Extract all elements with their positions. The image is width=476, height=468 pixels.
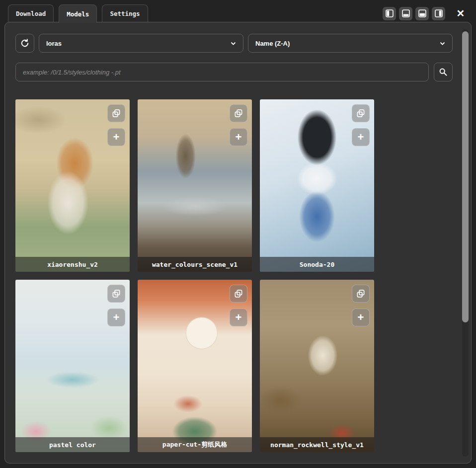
- model-type-select[interactable]: loras: [39, 34, 243, 53]
- scrollbar-thumb[interactable]: [462, 31, 469, 322]
- add-node-button[interactable]: +: [352, 128, 370, 146]
- plus-icon: +: [358, 312, 364, 323]
- copy-icon: [234, 109, 243, 118]
- card-actions: +: [230, 104, 247, 146]
- plus-icon: +: [113, 312, 120, 323]
- model-card[interactable]: + Sonoda-20: [260, 99, 374, 272]
- add-node-button[interactable]: +: [352, 309, 370, 326]
- add-node-button[interactable]: +: [230, 309, 247, 326]
- copy-name-button[interactable]: [352, 285, 370, 303]
- model-name: xiaorenshu_v2: [15, 257, 130, 272]
- dock-top-button[interactable]: [415, 7, 429, 20]
- card-actions: +: [352, 104, 370, 146]
- model-name: norman_rockwell_style_v1: [260, 437, 374, 452]
- copy-icon: [356, 109, 365, 118]
- model-grid: + xiaorenshu_v2: [15, 99, 453, 452]
- model-card[interactable]: + paper-cut-剪纸风格: [138, 280, 252, 452]
- close-icon: ✕: [457, 7, 465, 19]
- dock-left-button[interactable]: [383, 7, 396, 20]
- window-controls: ✕: [383, 6, 468, 21]
- copy-icon: [234, 289, 243, 298]
- copy-name-button[interactable]: [230, 285, 247, 303]
- model-card[interactable]: + norman_rockwell_style_v1: [260, 280, 374, 452]
- add-node-button[interactable]: +: [107, 128, 125, 146]
- plus-icon: +: [113, 132, 120, 143]
- search-icon: [439, 68, 448, 77]
- copy-name-button[interactable]: [352, 104, 370, 122]
- tab-models[interactable]: Models: [59, 4, 97, 23]
- plus-icon: +: [236, 312, 242, 323]
- tab-settings[interactable]: Settings: [102, 4, 148, 22]
- card-actions: +: [107, 285, 125, 326]
- models-panel: loras Name (Z-A): [4, 22, 472, 464]
- copy-icon: [356, 289, 365, 298]
- search-input[interactable]: [15, 63, 429, 81]
- copy-icon: [112, 109, 121, 118]
- add-node-button[interactable]: +: [230, 128, 247, 146]
- sort-select[interactable]: Name (Z-A): [248, 34, 453, 53]
- card-actions: +: [107, 104, 125, 146]
- dock-right-icon: [435, 9, 443, 17]
- model-card[interactable]: + water_colours_scene_v1: [138, 99, 252, 272]
- card-actions: +: [230, 285, 247, 326]
- dock-bottom-icon: [402, 9, 410, 17]
- sort-value: Name (Z-A): [255, 40, 290, 47]
- copy-name-button[interactable]: [107, 285, 125, 303]
- plus-icon: +: [236, 132, 242, 143]
- refresh-button[interactable]: [15, 34, 34, 53]
- copy-name-button[interactable]: [107, 104, 125, 122]
- refresh-icon: [20, 38, 30, 48]
- plus-icon: +: [358, 132, 364, 143]
- model-name: water_colours_scene_v1: [138, 257, 252, 272]
- panel-content: loras Name (Z-A): [5, 23, 471, 463]
- card-actions: +: [352, 285, 370, 326]
- tab-bar: Download Models Settings: [8, 4, 148, 23]
- model-card[interactable]: + xiaorenshu_v2: [15, 99, 130, 272]
- dock-top-icon: [418, 9, 426, 17]
- model-card[interactable]: + pastel color: [15, 280, 130, 452]
- search-row: [15, 63, 453, 81]
- scrollbar-track[interactable]: [462, 29, 469, 457]
- tab-download[interactable]: Download: [8, 4, 54, 22]
- close-button[interactable]: ✕: [453, 6, 468, 21]
- search-button[interactable]: [434, 63, 453, 81]
- model-manager-window: loras Name (Z-A): [0, 0, 476, 468]
- model-type-value: loras: [46, 40, 62, 47]
- model-name: Sonoda-20: [260, 257, 374, 272]
- model-name: pastel color: [15, 437, 130, 452]
- dock-right-button[interactable]: [432, 7, 445, 20]
- dock-left-icon: [386, 9, 394, 17]
- dock-bottom-button[interactable]: [399, 7, 412, 20]
- toolbar: loras Name (Z-A): [15, 34, 453, 53]
- chevron-down-icon: [231, 41, 236, 46]
- copy-icon: [112, 289, 121, 298]
- model-name: paper-cut-剪纸风格: [138, 437, 252, 452]
- add-node-button[interactable]: +: [107, 309, 125, 326]
- chevron-down-icon: [440, 41, 445, 46]
- copy-name-button[interactable]: [230, 104, 247, 122]
